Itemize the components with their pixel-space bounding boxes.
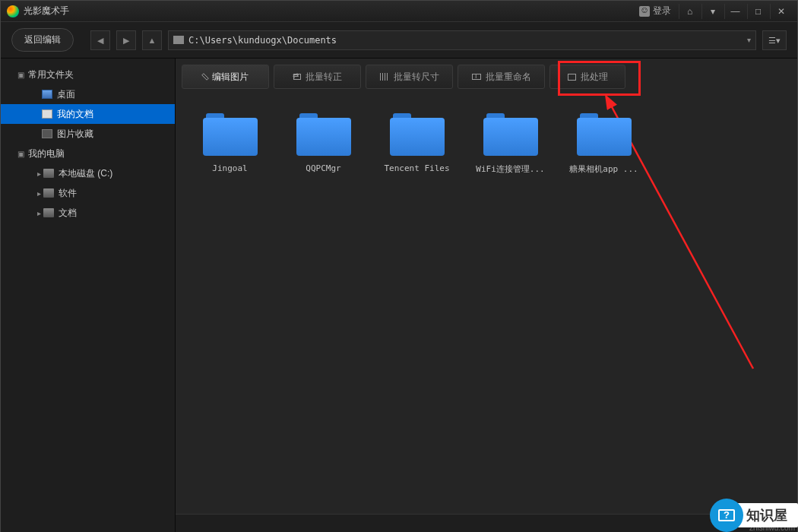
drive-icon [43, 169, 54, 178]
rename-icon [472, 74, 481, 80]
batch-process-button[interactable]: 批处理 [549, 65, 625, 89]
tree-drive-docs[interactable]: ▸ 文档 [1, 203, 175, 223]
folder-item[interactable]: WiFi连接管理... [474, 113, 546, 175]
login-button[interactable]: 登录 [633, 3, 677, 19]
batch-rename-label: 批量重命名 [486, 71, 531, 84]
folder-label: QQPCMgr [287, 163, 359, 173]
folder-item[interactable]: 糖果相机app ... [568, 113, 640, 175]
path-dropdown-icon[interactable]: ▾ [747, 36, 751, 44]
folder-icon [577, 113, 632, 156]
drive-docs-label: 文档 [59, 207, 77, 220]
my-documents-label: 我的文档 [57, 108, 93, 121]
statusbar: 缩略图 ▸ [176, 514, 797, 532]
edit-image-label: 编辑图片 [212, 71, 249, 84]
login-label: 登录 [653, 5, 671, 17]
my-computer-label: 我的电脑 [28, 147, 65, 160]
edit-image-button[interactable]: 编辑图片 [182, 65, 269, 89]
image-favorites-label: 图片收藏 [57, 128, 93, 141]
batch-convert-button[interactable]: 批量转正 [274, 65, 361, 89]
folder-icon [296, 113, 351, 156]
settings-button[interactable]: ▾ [701, 4, 723, 19]
tree-favorites[interactable]: ▣ 常用文件夹 [1, 65, 175, 84]
path-bar[interactable]: C:\Users\kunduogx\Documents ▾ [168, 30, 756, 50]
tree-my-documents[interactable]: 我的文档 [1, 104, 175, 124]
favorites-icon [42, 129, 52, 138]
drive-icon [43, 208, 54, 217]
tree-drive-c[interactable]: ▸ 本地磁盘 (C:) [1, 163, 175, 183]
titlebar-right: 登录 ⌂ ▾ — □ ✕ [633, 3, 791, 19]
content-area: 编辑图片 批量转正 批量转尺寸 批量重命名 批处理 [176, 59, 797, 532]
expand-icon[interactable]: ▸ [34, 169, 43, 178]
convert-icon [293, 74, 301, 80]
tree-image-favorites[interactable]: 图片收藏 [1, 124, 175, 144]
minimize-button[interactable]: — [724, 4, 746, 19]
watermark-url: zhishiwu.com [749, 524, 795, 532]
folder-icon [203, 113, 258, 156]
app-logo-icon [7, 5, 19, 17]
collapse-icon[interactable]: ▣ [16, 150, 25, 158]
desktop-icon [42, 90, 52, 99]
avatar-icon [639, 6, 650, 17]
folder-label: 糖果相机app ... [568, 163, 640, 175]
folder-label: Jingoal [194, 163, 266, 173]
nav-back-button[interactable]: ◀ [90, 30, 110, 50]
folder-item[interactable]: Tencent Files [381, 113, 453, 175]
action-bar: 编辑图片 批量转正 批量转尺寸 批量重命名 批处理 [182, 65, 791, 95]
folder-icon [483, 113, 538, 156]
folder-item[interactable]: Jingoal [194, 113, 266, 175]
folder-label: WiFi连接管理... [474, 163, 546, 175]
close-button[interactable]: ✕ [770, 4, 791, 19]
folder-label: Tencent Files [381, 163, 453, 173]
collapse-icon[interactable]: ▣ [16, 71, 25, 79]
home-button[interactable]: ⌂ [679, 4, 700, 19]
batch-rename-button[interactable]: 批量重命名 [458, 65, 545, 89]
batch-resize-button[interactable]: 批量转尺寸 [366, 65, 453, 89]
batch-icon [568, 74, 576, 81]
favorites-label: 常用文件夹 [28, 68, 74, 81]
nav-up-button[interactable]: ▲ [142, 30, 162, 50]
drive-c-label: 本地磁盘 (C:) [59, 167, 112, 180]
tree-drive-software[interactable]: ▸ 软件 [1, 183, 175, 203]
toolbar: 返回编辑 ◀ ▶ ▲ C:\Users\kunduogx\Documents ▾… [1, 22, 797, 59]
sidebar: ▣ 常用文件夹 桌面 我的文档 图片收藏 ▣ 我的电脑 ▸ [1, 59, 176, 532]
watermark-logo-icon [710, 499, 743, 532]
drive-icon [43, 188, 54, 198]
resize-icon [380, 73, 389, 81]
view-options-button[interactable]: ☰▾ [762, 30, 787, 50]
document-icon [42, 109, 52, 119]
app-title: 光影魔术手 [24, 5, 633, 17]
desktop-label: 桌面 [57, 88, 75, 101]
back-to-edit-button[interactable]: 返回编辑 [11, 28, 74, 52]
folder-item[interactable]: QQPCMgr [287, 113, 359, 175]
drive-software-label: 软件 [59, 187, 77, 200]
folder-icon [173, 36, 184, 44]
pencil-icon [201, 73, 208, 80]
nav-forward-button[interactable]: ▶ [116, 30, 136, 50]
expand-icon[interactable]: ▸ [34, 189, 43, 198]
folder-grid: Jingoal QQPCMgr Tencent Files WiFi连接管理..… [176, 95, 797, 175]
batch-resize-label: 批量转尺寸 [394, 71, 439, 84]
titlebar: 光影魔术手 登录 ⌂ ▾ — □ ✕ [1, 1, 797, 22]
body: ▣ 常用文件夹 桌面 我的文档 图片收藏 ▣ 我的电脑 ▸ [1, 59, 797, 532]
expand-icon[interactable]: ▸ [34, 209, 43, 217]
tree-my-computer[interactable]: ▣ 我的电脑 [1, 144, 175, 163]
app-window: 光影魔术手 登录 ⌂ ▾ — □ ✕ 返回编辑 ◀ ▶ ▲ C:\Users\k… [0, 0, 798, 532]
batch-process-label: 批处理 [581, 71, 608, 84]
batch-convert-label: 批量转正 [306, 71, 342, 84]
folder-icon [390, 113, 445, 156]
path-text: C:\Users\kunduogx\Documents [188, 35, 743, 46]
tree-desktop[interactable]: 桌面 [1, 84, 175, 104]
maximize-button[interactable]: □ [747, 4, 768, 19]
